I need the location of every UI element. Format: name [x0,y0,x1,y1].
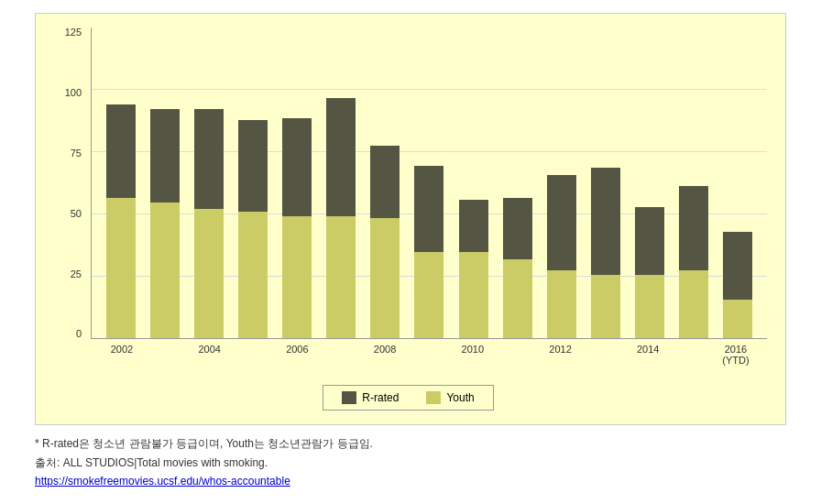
y-label-25: 25 [71,269,82,279]
legend-color-rated [342,391,356,404]
bar-group-12 [629,207,670,339]
bar-light-2 [194,209,224,338]
bar-light-6 [370,218,400,338]
bar-dark-3 [238,120,268,211]
bar-stack-13 [679,186,708,338]
bar-stack-4 [282,118,312,339]
bar-dark-5 [326,98,356,216]
bar-stack-7 [414,166,443,338]
x-label-10: 2012 [539,344,583,355]
bar-group-4 [277,118,317,339]
bar-stack-9 [503,198,532,339]
bar-group-10 [542,175,582,339]
x-label-14: 2016 (YTD) [714,344,758,366]
chart-area: 125 100 75 50 25 0 200220042006200820102… [49,27,767,376]
bar-group-11 [586,168,626,338]
bar-light-4 [282,216,312,339]
x-label-6: 2008 [363,344,407,355]
footnote-line2: 출처: ALL STUDIOS|Total movies with smokin… [35,454,786,472]
bar-light-1 [150,203,180,339]
x-label-0: 2002 [100,344,144,355]
bar-dark-13 [679,186,708,270]
bar-stack-10 [547,175,576,339]
y-label-75: 75 [71,148,82,159]
bar-stack-2 [194,109,224,338]
y-label-100: 100 [65,88,82,98]
bar-light-11 [591,275,620,338]
bar-light-8 [459,252,488,338]
bar-stack-12 [635,207,664,339]
bars-container [92,27,767,338]
bar-stack-0 [106,104,136,338]
bar-group-9 [498,198,538,339]
bar-dark-10 [547,175,576,270]
bar-stack-1 [150,109,180,338]
bar-dark-8 [459,200,488,252]
bar-light-0 [106,198,136,339]
bar-group-8 [454,200,494,338]
x-label-12: 2014 [626,344,670,355]
legend-item-youth: Youth [426,391,474,404]
chart-wrapper: 125 100 75 50 25 0 200220042006200820102… [35,13,786,425]
chart-legend: R-rated Youth [323,385,493,411]
bar-light-3 [238,212,268,339]
bar-dark-9 [503,198,532,259]
x-label-2: 2004 [188,344,232,355]
legend-color-youth [426,391,441,404]
bar-light-14 [723,300,752,338]
bar-light-7 [414,252,443,338]
bar-stack-5 [326,98,356,339]
bar-group-5 [321,98,361,339]
bar-group-0 [101,104,141,338]
bar-light-10 [547,270,576,338]
y-label-50: 50 [71,209,82,219]
bar-dark-6 [370,146,400,218]
bar-group-13 [673,186,714,338]
bar-dark-1 [150,109,180,203]
bar-light-13 [679,270,708,338]
bar-dark-11 [591,168,620,275]
legend-label-youth: Youth [446,391,474,404]
bar-stack-6 [370,146,400,339]
bar-dark-4 [282,118,312,216]
legend-label-rated: R-rated [362,391,399,404]
bar-light-9 [503,259,532,339]
bar-stack-3 [238,120,268,338]
bar-light-5 [326,216,356,339]
footnote-line1: * R-rated은 청소년 관람불가 등급이며, Youth는 청소년관람가 … [35,434,786,453]
bar-group-7 [409,166,449,338]
bar-group-2 [189,109,229,338]
chart-inner [91,27,767,339]
y-axis: 125 100 75 50 25 0 [49,27,86,339]
bar-dark-14 [723,232,752,300]
legend-item-rated: R-rated [342,391,399,404]
bar-dark-7 [414,166,443,252]
bar-dark-0 [106,104,136,198]
bar-light-12 [635,275,664,338]
y-label-125: 125 [65,27,82,38]
bar-stack-11 [591,168,620,338]
bar-group-3 [233,120,273,338]
y-label-0: 0 [76,329,82,339]
bar-group-14 [717,232,758,339]
bar-dark-2 [194,109,224,209]
x-label-8: 2010 [451,344,495,355]
x-labels: 20022004200620082010201220142016 (YTD) [91,339,767,376]
bar-group-1 [145,109,185,338]
footnote-area: * R-rated은 청소년 관람불가 등급이며, Youth는 청소년관람가 … [35,434,786,490]
footnote-link[interactable]: https://smokefreemovies.ucsf.edu/whos-ac… [35,475,290,488]
x-label-4: 2006 [275,344,319,355]
bar-stack-8 [459,200,488,338]
bar-group-6 [365,146,405,339]
bar-stack-14 [723,232,752,339]
bar-dark-12 [635,207,664,275]
